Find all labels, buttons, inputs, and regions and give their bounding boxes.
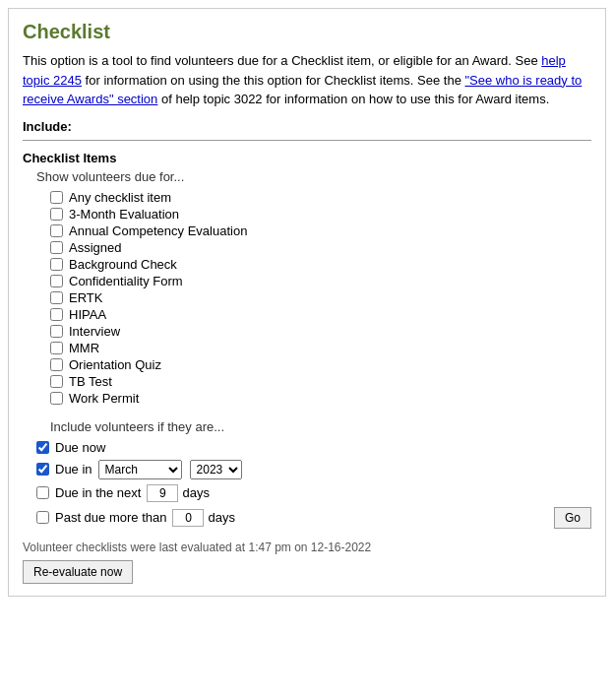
- checklist-checkbox-mmr[interactable]: [50, 342, 63, 354]
- checklist-item: HIPAA: [50, 307, 591, 322]
- checklist-item: Orientation Quiz: [50, 357, 591, 372]
- checklist-label-annual_comp: Annual Competency Evaluation: [69, 223, 247, 238]
- checklist-item: Assigned: [50, 240, 591, 255]
- checklist-checkbox-ertk[interactable]: [50, 291, 63, 304]
- checklist-item: Work Permit: [50, 391, 591, 406]
- due-next-label1: Due in the next: [55, 485, 141, 500]
- due-in-label: Due in: [55, 462, 92, 477]
- checklist-label-hipaa: HIPAA: [69, 307, 106, 322]
- checklist-checkbox-work_permit[interactable]: [50, 392, 63, 405]
- due-in-checkbox[interactable]: [36, 463, 49, 476]
- page-title: Checklist: [23, 21, 591, 43]
- checklist-items-title: Checklist Items: [23, 151, 591, 165]
- checklist-label-three_month: 3-Month Evaluation: [69, 207, 179, 222]
- checklist-label-mmr: MMR: [69, 341, 99, 355]
- main-container: Checklist This option is a tool to find …: [8, 8, 606, 597]
- footer-text: Volunteer checklists were last evaluated…: [23, 541, 591, 554]
- checklist-checkbox-three_month[interactable]: [50, 208, 63, 221]
- checklist-item: Annual Competency Evaluation: [50, 223, 591, 238]
- checklist-label-work_permit: Work Permit: [69, 391, 139, 406]
- past-due-row: Past due more than days: [36, 509, 235, 527]
- due-now-checkbox[interactable]: [36, 441, 49, 454]
- checklist-label-ertk: ERTK: [69, 290, 102, 305]
- month-select[interactable]: JanuaryFebruaryMarchAprilMayJuneJulyAugu…: [98, 460, 182, 479]
- checklist-checkbox-annual_comp[interactable]: [50, 224, 63, 237]
- checklist-item: TB Test: [50, 374, 591, 389]
- checklist-checkbox-background[interactable]: [50, 258, 63, 271]
- checklist-item: Any checklist item: [50, 190, 591, 205]
- due-next-input[interactable]: [147, 484, 178, 502]
- checklist-checkbox-interview[interactable]: [50, 325, 63, 338]
- checklist-checkbox-orientation[interactable]: [50, 358, 63, 371]
- checklist-checkbox-confidentiality[interactable]: [50, 275, 63, 287]
- checklist-item: ERTK: [50, 290, 591, 305]
- include-label: Include:: [23, 119, 591, 134]
- checklist-item: Background Check: [50, 257, 591, 272]
- include-volunteers-label: Include volunteers if they are...: [50, 419, 591, 434]
- past-due-label2: days: [208, 510, 234, 525]
- checklist-label-assigned: Assigned: [69, 240, 121, 255]
- checklist-label-interview: Interview: [69, 324, 120, 339]
- past-due-checkbox[interactable]: [36, 511, 49, 524]
- past-due-go-row: Past due more than days Go: [36, 507, 591, 529]
- checklist-label-background: Background Check: [69, 257, 177, 272]
- past-due-label1: Past due more than: [55, 510, 166, 525]
- checklist-checkbox-hipaa[interactable]: [50, 308, 63, 321]
- checklist-label-orientation: Orientation Quiz: [69, 357, 161, 372]
- show-volunteers-label: Show volunteers due for...: [36, 169, 591, 184]
- checklist-item: 3-Month Evaluation: [50, 207, 591, 222]
- checklist-items-list: Any checklist item3-Month EvaluationAnnu…: [50, 190, 591, 406]
- checklist-label-tb_test: TB Test: [69, 374, 112, 389]
- checklist-checkbox-tb_test[interactable]: [50, 375, 63, 388]
- due-in-row: Due in JanuaryFebruaryMarchAprilMayJuneJ…: [36, 460, 591, 479]
- checklist-item: Confidentiality Form: [50, 274, 591, 288]
- checklist-label-any: Any checklist item: [69, 190, 171, 205]
- checklist-label-confidentiality: Confidentiality Form: [69, 274, 183, 288]
- description-text: This option is a tool to find volunteers…: [23, 51, 591, 109]
- checklist-item: Interview: [50, 324, 591, 339]
- divider: [23, 140, 591, 141]
- due-now-row: Due now: [36, 440, 591, 455]
- checklist-checkbox-any[interactable]: [50, 191, 63, 204]
- past-due-input[interactable]: [172, 509, 204, 527]
- year-select[interactable]: 20212022202320242025: [190, 460, 242, 479]
- due-next-label2: days: [182, 485, 209, 500]
- checklist-checkbox-assigned[interactable]: [50, 241, 63, 254]
- due-next-row: Due in the next days: [36, 484, 591, 502]
- due-next-checkbox[interactable]: [36, 486, 49, 499]
- volunteer-options: Include volunteers if they are... Due no…: [36, 419, 591, 529]
- checklist-item: MMR: [50, 341, 591, 355]
- reevaluate-button[interactable]: Re-evaluate now: [23, 560, 133, 584]
- go-button[interactable]: Go: [554, 507, 591, 529]
- due-now-label: Due now: [55, 440, 105, 455]
